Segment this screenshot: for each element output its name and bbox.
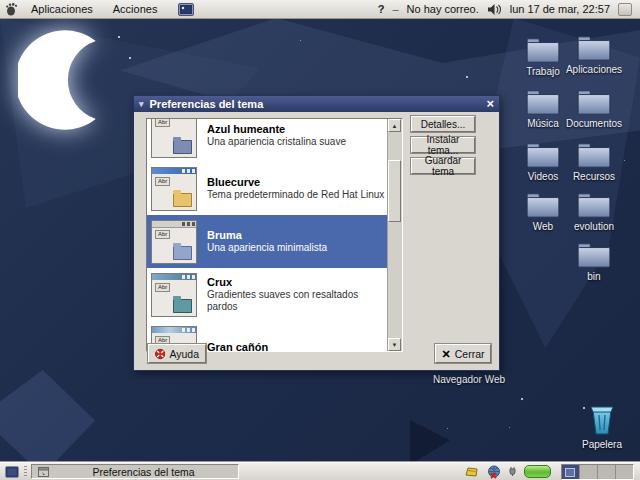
top-panel: Aplicaciones Acciones ? – No hay correo.…: [0, 0, 640, 19]
clock[interactable]: lun 17 de mar, 22:57: [510, 3, 610, 15]
help-button[interactable]: Ayuda: [148, 344, 206, 363]
battery-status-icon[interactable]: [524, 465, 551, 478]
folder-icon: [525, 88, 561, 116]
dialog-titlebar[interactable]: ▾ Preferencias del tema ×: [134, 96, 499, 112]
mini-folder-icon: [173, 193, 192, 207]
close-window-icon[interactable]: ×: [486, 98, 494, 110]
folder-icon: [576, 241, 612, 269]
desktop-icon-recursos[interactable]: Recursos: [563, 141, 625, 182]
theme-description: Una apariencia cristalina suave: [207, 136, 346, 148]
theme-text: Bluecurve Tema predeterminado de Red Hat…: [207, 176, 384, 201]
close-button[interactable]: ✕ Cerrar: [435, 344, 491, 363]
theme-description: Tema predeterminado de Red Hat Linux: [207, 189, 384, 201]
mini-open-button: Abr: [155, 118, 170, 127]
desktop-icon-papelera[interactable]: Papelera: [571, 403, 633, 450]
help-indicator[interactable]: ?: [378, 3, 385, 15]
mini-open-button: Abr: [155, 177, 170, 186]
mail-status[interactable]: No hay correo.: [407, 3, 479, 15]
desktop-icon-label: Recursos: [573, 171, 615, 182]
help-button-label: Ayuda: [169, 348, 199, 360]
notes-applet-icon[interactable]: [465, 466, 479, 477]
workspace-4[interactable]: [616, 465, 633, 479]
close-x-icon: ✕: [442, 349, 451, 359]
mini-folder-icon: [173, 299, 192, 313]
scroll-down-icon[interactable]: ▼: [388, 338, 401, 351]
menu-acciones[interactable]: Acciones: [106, 2, 165, 16]
desktop-icon-label: evolution: [574, 221, 614, 232]
bottom-panel-right: [465, 464, 637, 480]
theme-list[interactable]: Abr Azul humeante Una apariencia cristal…: [146, 118, 403, 352]
desktop-icon-label: Documentos: [566, 118, 622, 129]
desktop-icon-documentos[interactable]: Documentos: [563, 88, 625, 129]
star: [118, 36, 120, 38]
desktop-icon-label: Videos: [528, 171, 558, 182]
mini-open-button: Abr: [155, 230, 170, 239]
theme-row-azul-humeante[interactable]: Abr Azul humeante Una apariencia cristal…: [147, 118, 388, 162]
window-menu-icon[interactable]: ▾: [139, 100, 144, 109]
theme-row-bluecurve[interactable]: Abr Bluecurve Tema predeterminado de Red…: [147, 162, 388, 215]
theme-description: Una apariencia minimalista: [207, 242, 327, 254]
theme-thumbnail: Abr: [151, 220, 197, 264]
details-button[interactable]: Detalles...: [411, 116, 475, 132]
theme-text: Gran cañón: [207, 341, 268, 352]
mini-window-controls: [182, 169, 195, 173]
save-theme-button[interactable]: Guardar tema: [411, 158, 475, 174]
applet-dash: –: [392, 3, 398, 15]
mini-titlebar: [152, 274, 196, 280]
theme-name: Bruma: [207, 229, 327, 242]
volume-icon[interactable]: [487, 3, 502, 16]
close-button-label: Cerrar: [455, 348, 485, 360]
workspace-3[interactable]: [598, 465, 616, 479]
theme-row-bruma[interactable]: Abr Bruma Una apariencia minimalista: [147, 215, 388, 268]
desktop-icon-label: Web: [533, 221, 553, 232]
desktop-icon-label: Papelera: [582, 439, 622, 450]
wallpaper-shard: [410, 420, 450, 465]
theme-description: Gradientes suaves con resaltados pardos: [207, 289, 388, 313]
install-theme-button[interactable]: Instalar tema...: [411, 137, 475, 153]
workspace-switcher[interactable]: [561, 464, 634, 480]
desktop-icon-evolution[interactable]: evolution: [563, 191, 625, 232]
folder-icon: [576, 34, 612, 62]
workspace-2[interactable]: [580, 465, 598, 479]
network-offline-icon[interactable]: [487, 465, 501, 479]
desktop-icon-aplicaciones[interactable]: Aplicaciones: [563, 34, 625, 75]
menu-aplicaciones[interactable]: Aplicaciones: [24, 2, 100, 16]
tasklist-handle[interactable]: [24, 466, 27, 478]
theme-preferences-dialog: ▾ Preferencias del tema × Abr Azul humea…: [133, 95, 500, 371]
mini-window-controls: [182, 275, 195, 279]
star: [521, 398, 523, 400]
moon-crescent: [18, 26, 126, 134]
theme-thumbnail: Abr: [151, 118, 197, 158]
scrollbar-thumb[interactable]: [388, 160, 401, 222]
folder-icon: [576, 191, 612, 219]
task-window-icon: [38, 467, 49, 477]
power-plug-icon: [509, 466, 516, 477]
desktop-icon-bin[interactable]: bin: [563, 241, 625, 282]
theme-rows: Abr Azul humeante Una apariencia cristal…: [147, 118, 388, 352]
scroll-up-icon[interactable]: ▲: [388, 119, 401, 132]
mini-titlebar: [152, 168, 196, 174]
folder-icon: [525, 141, 561, 169]
star: [129, 57, 131, 59]
show-desktop-button[interactable]: [3, 464, 20, 479]
desktop-icon-navegador-web[interactable]: Navegador Web: [433, 374, 505, 385]
mini-titlebar: [152, 221, 196, 228]
star: [466, 76, 468, 78]
theme-row-crux[interactable]: Abr Crux Gradientes suaves con resaltado…: [147, 268, 388, 321]
theme-name: Crux: [207, 276, 388, 289]
task-button-theme-preferences[interactable]: Preferencias del tema: [31, 464, 239, 479]
folder-icon: [525, 36, 561, 64]
theme-list-scrollbar[interactable]: ▲ ▼: [387, 119, 402, 351]
desktop-icon-label: Música: [527, 118, 559, 129]
screenshot-launcher-icon[interactable]: [178, 3, 194, 16]
mini-window-controls: [182, 328, 195, 332]
mini-folder-icon: [173, 246, 192, 260]
folder-icon: [525, 191, 561, 219]
panel-drawer-icon[interactable]: [618, 3, 632, 16]
desktop-icon-label: Aplicaciones: [566, 64, 622, 75]
theme-text: Azul humeante Una apariencia cristalina …: [207, 123, 346, 148]
desktop-icon-label: bin: [587, 271, 600, 282]
gnome-foot-icon[interactable]: [5, 2, 18, 16]
workspace-1[interactable]: [562, 465, 580, 479]
theme-thumbnail: Abr: [151, 167, 197, 211]
